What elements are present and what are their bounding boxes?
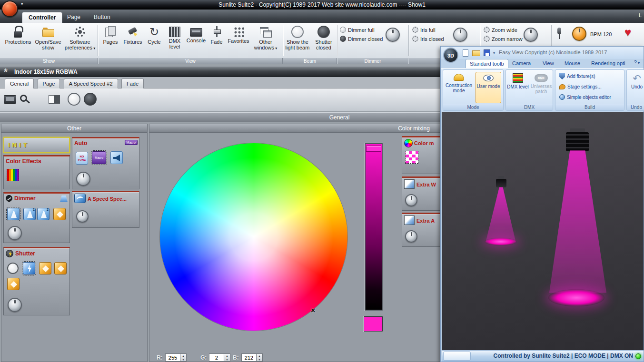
stage-settings-button[interactable]: Stage settings...	[559, 83, 602, 90]
magenta-checker-icon[interactable]	[405, 151, 418, 164]
speaker-icon[interactable]	[110, 151, 123, 164]
tab-standard-toolbar[interactable]: Standard toolb	[466, 59, 508, 68]
init-scene-button[interactable]: INIT	[3, 137, 70, 153]
simple-objects-editor-button[interactable]: Simple objects editor	[559, 94, 611, 101]
iris-knob[interactable]	[453, 28, 467, 42]
dimmer-closed-option[interactable]: Dimmer closed	[340, 36, 383, 42]
extra-w-group[interactable]: Extra W	[402, 176, 446, 211]
auto-group-knob[interactable]	[76, 172, 90, 186]
macro-badge-icon[interactable]: Macro	[125, 140, 138, 145]
new-file-icon[interactable]	[463, 49, 468, 57]
add-fixtures-button[interactable]: Add fixture(s)	[559, 73, 595, 80]
dmx-level-button-ev[interactable]: DMX level	[507, 72, 529, 103]
fixture-large[interactable]	[566, 132, 589, 151]
beam-open-toggle[interactable]	[68, 93, 80, 106]
tab-mouse[interactable]: Mouse	[561, 59, 584, 68]
auto-group[interactable]: Auto Macro NO FUNC Macro	[72, 137, 139, 189]
r-input[interactable]	[165, 353, 180, 362]
magnifier-icon[interactable]	[20, 95, 27, 102]
quick-access-caret-icon[interactable]	[21, 1, 23, 6]
display-mode-icon[interactable]	[4, 95, 16, 104]
rainbow-effect-icon[interactable]	[7, 169, 19, 181]
protections-button[interactable]: Protections	[4, 26, 32, 45]
tab-view[interactable]: View	[539, 59, 558, 68]
r-spinner[interactable]	[180, 353, 187, 362]
color-wheel[interactable]	[160, 143, 347, 331]
dimmer-full-option[interactable]: Dimmer full	[340, 27, 375, 33]
tab-rendering-options[interactable]: Rendering opti	[587, 59, 629, 68]
quick-access-caret-icon[interactable]	[493, 51, 495, 55]
b-input[interactable]	[241, 353, 257, 362]
shutter-open-preset[interactable]	[7, 263, 19, 274]
dimmer-preset-1[interactable]	[7, 208, 20, 220]
beam-closed-toggle[interactable]	[84, 93, 97, 106]
color-mixing-preset-group[interactable]: Color m	[402, 136, 446, 174]
tab-button[interactable]: Button	[88, 12, 117, 23]
zoom-wide-option[interactable]: Zoom wide	[484, 27, 517, 33]
extra-a-group[interactable]: Extra A	[402, 213, 446, 247]
microphone-icon[interactable]	[556, 28, 563, 40]
macro-icon[interactable]: Macro	[92, 151, 106, 164]
g-spinner[interactable]	[224, 353, 230, 362]
shutter-preset-4[interactable]	[54, 262, 67, 274]
dimmer-group-knob[interactable]	[8, 226, 22, 240]
slider-handle[interactable]	[366, 146, 381, 152]
fixtures-button[interactable]: Fixtures	[122, 26, 144, 45]
tab-fade[interactable]: Fade	[121, 78, 144, 88]
fixture-small[interactable]	[496, 179, 506, 187]
b-spinner[interactable]	[257, 353, 263, 362]
tab-page-2[interactable]: Page	[38, 78, 60, 88]
3d-viewport[interactable]	[442, 112, 644, 350]
zoom-knob[interactable]	[524, 28, 538, 42]
console-button[interactable]: Console	[186, 26, 207, 43]
extra-a-knob[interactable]	[405, 230, 417, 243]
g-input[interactable]	[209, 353, 224, 362]
iris-closed-option[interactable]: Iris closed	[412, 36, 444, 42]
dimmer-group[interactable]: Dimmer 1 2	[3, 192, 70, 243]
tab-general[interactable]: General	[5, 78, 34, 89]
no-func-icon[interactable]: NO FUNC	[76, 152, 88, 165]
shutter-group[interactable]: Shutter	[3, 247, 70, 315]
extra-w-knob[interactable]	[405, 194, 417, 206]
app-orb-button[interactable]	[1, 0, 18, 17]
open-save-show-button[interactable]: Open/Save show	[33, 26, 63, 50]
cycle-button[interactable]: Cycle	[144, 26, 164, 45]
color-effects-button[interactable]: Color Effects	[3, 155, 70, 189]
bpm-knob[interactable]	[572, 27, 586, 41]
construction-mode-button[interactable]: Construction mode	[445, 72, 473, 103]
open-file-icon[interactable]	[472, 50, 480, 56]
save-file-icon[interactable]	[484, 49, 490, 56]
tab-a-speed-speed-2[interactable]: A Speed Speed #2	[64, 78, 118, 88]
dimmer-knob[interactable]	[386, 28, 400, 42]
pages-button[interactable]: Pages	[100, 26, 121, 45]
universes-patch-button[interactable]: DMX Universes patch	[530, 72, 553, 103]
shutter-closed-button[interactable]: Shutter closed	[311, 26, 336, 50]
shutter-strobe-preset[interactable]	[23, 262, 35, 274]
tab-controller[interactable]: Controller	[22, 12, 62, 23]
fade-button[interactable]: Fade	[208, 26, 226, 45]
shutter-preset-3[interactable]	[39, 262, 51, 274]
easy-view-3d-orb-button[interactable]: 3D	[443, 48, 458, 63]
dmx-level-button[interactable]: DMX level	[165, 26, 185, 49]
other-windows-button[interactable]: Other windows	[251, 26, 280, 51]
a-speed-knob[interactable]	[76, 210, 89, 223]
dimmer-preset-2[interactable]: 1	[23, 208, 36, 220]
tab-camera[interactable]: Camera	[508, 59, 535, 68]
a-speed-group[interactable]: A Speed Spee...	[72, 191, 139, 228]
split-view-icon[interactable]	[49, 95, 60, 104]
dimmer-preset-4[interactable]	[53, 208, 66, 220]
favorites-button[interactable]: Favorites	[227, 26, 250, 44]
shutter-group-knob[interactable]	[8, 298, 22, 312]
software-preferences-button[interactable]: Software preferences	[64, 26, 96, 51]
dimmer-preset-3[interactable]: 2	[37, 208, 50, 220]
show-light-beam-button[interactable]: Show the light beam	[285, 26, 310, 50]
user-mode-button[interactable]: User mode	[476, 72, 501, 103]
iris-full-option[interactable]: Iris full	[412, 27, 436, 33]
zoom-narrow-option[interactable]: Zoom narrow	[484, 36, 523, 42]
shutter-preset-5[interactable]	[7, 278, 20, 290]
brightness-slider[interactable]	[365, 143, 383, 311]
help-button[interactable]: ?	[634, 59, 640, 65]
undo-button[interactable]: Undo	[628, 72, 644, 103]
heart-icon[interactable]	[624, 26, 631, 39]
tab-page[interactable]: Page	[61, 12, 87, 23]
